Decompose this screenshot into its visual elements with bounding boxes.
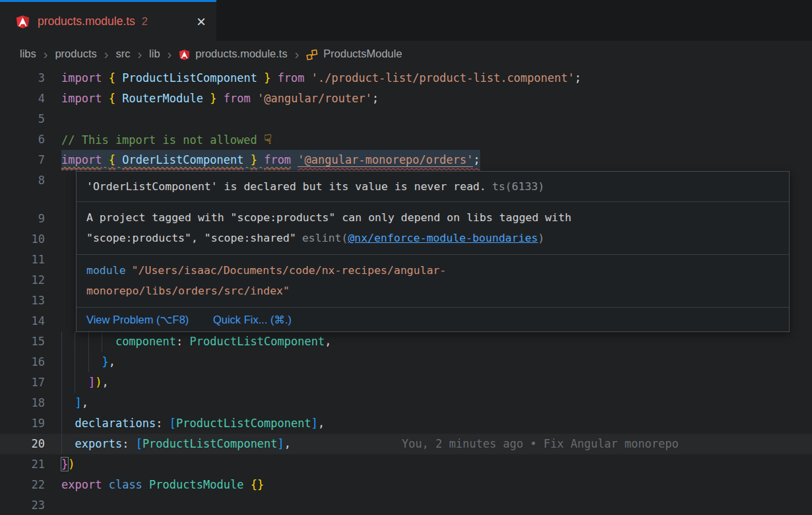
indent-guide — [61, 352, 62, 372]
quick-fix-link[interactable]: Quick Fix... (⌘.) — [213, 314, 292, 326]
code-token: ☟ — [264, 131, 272, 147]
code-token: , — [325, 335, 331, 348]
code-token — [243, 478, 250, 491]
git-blame-annotation: You, 2 minutes ago • Fix Angular monorep… — [402, 437, 679, 450]
line-number: 13 — [0, 291, 45, 311]
code-token: [ — [136, 437, 142, 450]
line-content: ], — [61, 393, 88, 413]
breadcrumb-item-libs[interactable]: libs — [20, 48, 36, 60]
code-token: } — [102, 355, 108, 368]
hover-message-ts-text: 'OrderListComponent' is declared but its… — [86, 180, 486, 193]
code-token: , — [284, 437, 291, 450]
hover-module-line2: monorepo/libs/orders/src/index" — [86, 281, 779, 301]
code-token: } — [210, 92, 216, 105]
code-line-4[interactable]: 4import { RouterModule } from '@angular/… — [0, 88, 812, 109]
line-number: 7 — [0, 150, 45, 170]
angular-file-icon — [179, 49, 190, 61]
code-token — [217, 92, 224, 105]
code-token: , — [102, 376, 108, 389]
code-token: : — [122, 437, 135, 450]
close-icon[interactable]: × — [197, 14, 206, 30]
indent-guide — [61, 413, 62, 434]
code-token: ProductListComponent — [176, 417, 311, 430]
code-token: component — [115, 335, 176, 348]
code-line-19[interactable]: 19 declarations: [ProductListComponent], — [0, 413, 812, 434]
hover-eslint-line2: "scope:products", "scope:shared"eslint(@… — [86, 228, 779, 248]
code-token — [257, 71, 264, 85]
line-content: }) — [61, 454, 75, 475]
code-token: './product-list/product-list.component' — [311, 71, 575, 85]
hover-message-ts: 'OrderListComponent' is declared but its… — [77, 172, 789, 202]
code-line-15[interactable]: 15 component: ProductListComponent, — [0, 331, 812, 352]
line-number: 20 — [0, 434, 45, 454]
hover-status-bar: View Problem (⌥F8) Quick Fix... (⌘.) — [77, 308, 789, 331]
line-number: 18 — [0, 393, 45, 413]
line-number: 10 — [0, 229, 45, 250]
code-token — [61, 355, 102, 368]
view-problem-link[interactable]: View Problem (⌥F8) — [86, 314, 189, 326]
code-token — [115, 71, 122, 85]
line-number: 5 — [0, 109, 45, 129]
code-token: RouterModule — [122, 92, 203, 105]
breadcrumb-item-file[interactable]: products.module.ts — [195, 48, 287, 60]
hover-module-info: module"/Users/isaac/Documents/code/nx-re… — [77, 255, 789, 308]
code-token — [102, 71, 108, 85]
code-token: { — [109, 153, 115, 166]
line-number: 3 — [0, 68, 45, 88]
code-token — [305, 71, 311, 85]
code-token: ; — [575, 71, 581, 85]
chevron-right-icon: › — [137, 48, 142, 61]
breadcrumb: libs › products › src › lib › products.m… — [0, 41, 812, 67]
breadcrumb-item-src[interactable]: src — [115, 48, 130, 60]
line-number: 17 — [0, 372, 45, 393]
code-line-17[interactable]: 17 ]), — [0, 372, 812, 393]
line-content: exports: [ProductListComponent],You, 2 m… — [61, 434, 679, 454]
code-token: ; — [473, 153, 480, 166]
code-token: import — [61, 71, 102, 85]
code-line-18[interactable]: 18 ], — [0, 393, 812, 413]
code-line-3[interactable]: 3import { ProductListComponent } from '.… — [0, 68, 812, 88]
code-token: ] — [88, 376, 95, 389]
code-token — [115, 153, 122, 166]
code-token: ProductListComponent — [142, 437, 278, 450]
code-token — [102, 92, 108, 105]
code-line-21[interactable]: 21}) — [0, 454, 812, 475]
code-line-16[interactable]: 16 }, — [0, 352, 812, 372]
code-line-22[interactable]: 22export class ProductsModule {} — [0, 475, 812, 495]
code-token: ProductsModule — [149, 478, 243, 491]
code-token: import — [61, 153, 102, 166]
code-token — [61, 396, 75, 409]
breadcrumb-item-products[interactable]: products — [55, 48, 96, 60]
code-line-6[interactable]: 6// This import is not allowed ☟ — [0, 129, 812, 150]
code-token: ) — [68, 458, 75, 471]
line-content: // This import is not allowed ☟ — [61, 129, 272, 150]
code-line-7[interactable]: 7import { OrderListComponent } from '@an… — [0, 150, 812, 170]
line-number: 16 — [0, 352, 45, 372]
code-line-23[interactable]: 23 — [0, 495, 812, 515]
code-line-20[interactable]: 20 exports: [ProductListComponent],You, … — [0, 434, 812, 454]
code-token: } — [61, 458, 68, 471]
line-number: 14 — [0, 311, 45, 331]
tab-products-module[interactable]: products.module.ts 2 × — [0, 0, 216, 41]
indent-guide — [61, 393, 62, 413]
line-content: export class ProductsModule {} — [61, 475, 264, 495]
code-token: ] — [278, 437, 284, 450]
line-number: 21 — [0, 454, 45, 475]
code-token: export — [61, 478, 102, 491]
angular-file-icon — [16, 15, 30, 29]
indent-guide — [75, 372, 75, 393]
code-token — [115, 92, 122, 105]
code-token: from — [224, 92, 251, 105]
breadcrumb-item-lib[interactable]: lib — [149, 48, 160, 60]
breadcrumb-item-symbol[interactable]: ProductsModule — [323, 48, 402, 60]
indent-guide — [61, 372, 62, 393]
code-line-5[interactable]: 5 — [0, 109, 812, 129]
line-number: 11 — [0, 250, 45, 270]
line-number: 15 — [0, 331, 45, 352]
hover-message-ts-source: ts(6133) — [492, 180, 544, 193]
code-token: [ — [170, 417, 176, 430]
line-number: 6 — [0, 129, 45, 150]
line-number: 19 — [0, 413, 45, 434]
eslint-rule-link[interactable]: @nx/enforce-module-boundaries — [348, 232, 538, 244]
code-token: '@angular/router' — [257, 92, 372, 105]
